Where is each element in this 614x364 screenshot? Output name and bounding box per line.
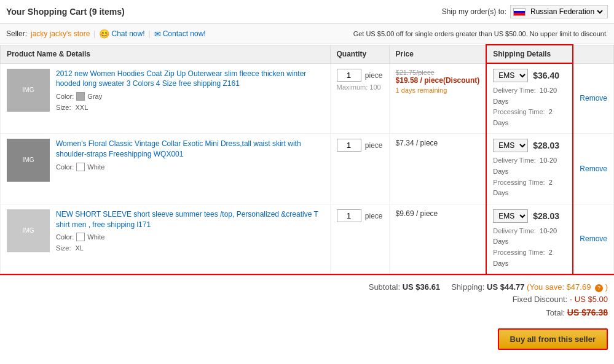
flag-icon	[513, 8, 525, 16]
seller-label: Seller:	[6, 29, 27, 38]
total-line: Total: US $76.38	[6, 308, 608, 317]
svg-text:IMG: IMG	[23, 227, 34, 234]
product-cell-2: IMG NEW SHORT SLEEVE short sleeve summer…	[1, 204, 331, 274]
color-value-2: White	[87, 233, 104, 241]
price-regular-1: $7.34 / piece	[396, 139, 480, 147]
ship-to-label: Ship my order(s) to:	[442, 7, 506, 16]
chat-icon: 😊	[99, 29, 109, 39]
shipping-method-0[interactable]: EMS	[493, 69, 528, 82]
shipping-price-2: $28.03	[533, 211, 559, 221]
total-value: US $76.38	[567, 308, 608, 317]
processing-label-1: Processing Time:	[493, 179, 545, 186]
product-title-2[interactable]: NEW SHORT SLEEVE short sleeve summer tee…	[56, 210, 318, 229]
color-attr-0: Color: Gray	[56, 92, 324, 101]
buy-all-button[interactable]: Buy all from this seller	[498, 328, 608, 350]
fixed-discount-label: Fixed Discount:	[513, 295, 568, 304]
shipping-row-2: EMS $28.03	[493, 209, 566, 223]
svg-text:IMG: IMG	[23, 87, 34, 93]
color-label: Color:	[56, 163, 74, 171]
savings-text: (You save: $47.69	[527, 282, 591, 292]
price-discount-0: $19.58 / piece(Discount)	[396, 76, 480, 85]
size-label: Size:	[56, 104, 71, 111]
qty-unit-1: piece	[365, 141, 383, 150]
shipping-cell-0: EMS $36.40 Delivery Time: 10-20 Days Pro…	[486, 63, 573, 134]
price-remaining-0: 1 days remaining	[396, 87, 480, 94]
shipping-price-1: $28.03	[533, 141, 559, 150]
summary-section: Subtotal: US $36.61 Shipping: US $44.77 …	[0, 276, 614, 323]
col-shipping: Shipping Details	[486, 45, 573, 63]
buy-btn-row: Buy all from this seller	[0, 323, 614, 355]
product-inner-0: IMG 2012 new Women Hoodies Coat Zip Up O…	[7, 69, 324, 112]
promo-text: Get US $5.00 off for single orders great…	[353, 30, 608, 37]
shipping-cell-2: EMS $28.03 Delivery Time: 10-20 Days Pro…	[486, 204, 573, 274]
shipping-summary-value: US $44.77	[487, 282, 524, 292]
delivery-label-2: Delivery Time:	[493, 227, 536, 234]
qty-unit-0: piece	[365, 71, 383, 80]
color-label: Color:	[56, 233, 74, 241]
size-attr-0: Size: XXL	[56, 104, 324, 111]
delivery-label-1: Delivery Time:	[493, 157, 536, 164]
seller-bar: Seller: jacky jacky's store | 😊 Chat now…	[0, 24, 614, 44]
ship-to-section: Ship my order(s) to: Russian Federation	[442, 5, 608, 18]
mail-icon: ✉	[154, 29, 161, 39]
size-value-2: XL	[73, 244, 84, 252]
qty-cell-1: piece	[330, 134, 389, 204]
shipping-method-1[interactable]: EMS	[493, 139, 528, 152]
qty-cell-2: piece	[330, 204, 389, 274]
remove-cell-2: Remove	[573, 204, 613, 274]
shipping-detail-2: Delivery Time: 10-20 Days Processing Tim…	[493, 226, 566, 269]
remove-link-0[interactable]: Remove	[580, 94, 607, 103]
shipping-row-1: EMS $28.03	[493, 139, 566, 152]
total-label: Total:	[546, 308, 565, 317]
qty-input-0[interactable]	[337, 69, 361, 82]
country-dropdown[interactable]: Russian Federation	[528, 7, 605, 17]
size-attr-2: Size: XL	[56, 244, 324, 252]
color-swatch-2	[76, 233, 85, 241]
contact-now-link[interactable]: ✉ Contact now!	[154, 29, 206, 39]
cart-table: Product Name & Details Quantity Price Sh…	[0, 44, 614, 275]
qty-input-2[interactable]	[337, 209, 361, 222]
remove-link-1[interactable]: Remove	[580, 165, 607, 173]
price-cell-1: $7.34 / piece	[389, 134, 486, 204]
color-value-0: Gray	[87, 93, 102, 100]
qty-cell-0: piece Maximum: 100	[330, 63, 389, 134]
qty-input-1[interactable]	[337, 139, 361, 152]
product-inner-2: IMG NEW SHORT SLEEVE short sleeve summer…	[7, 209, 324, 252]
price-cell-0: $21.75/piece$19.58 / piece(Discount)1 da…	[389, 63, 486, 134]
shipping-cell-1: EMS $28.03 Delivery Time: 10-20 Days Pro…	[486, 134, 573, 204]
shipping-detail-0: Delivery Time: 10-20 Days Processing Tim…	[493, 85, 566, 128]
savings-info-icon[interactable]: ?	[595, 284, 603, 292]
fixed-discount-line: Fixed Discount: - US $5.00	[6, 295, 608, 304]
product-img-0: IMG	[7, 69, 50, 112]
product-cell-0: IMG 2012 new Women Hoodies Coat Zip Up O…	[1, 63, 331, 134]
qty-max-0: Maximum: 100	[337, 83, 383, 91]
shipping-detail-1: Delivery Time: 10-20 Days Processing Tim…	[493, 155, 566, 198]
processing-label-2: Processing Time:	[493, 249, 545, 256]
shipping-method-2[interactable]: EMS	[493, 209, 528, 223]
chat-now-link[interactable]: 😊 Chat now!	[99, 29, 144, 39]
price-original-0: $21.75/piece	[396, 69, 480, 76]
color-swatch-0	[76, 92, 85, 101]
processing-label-0: Processing Time:	[493, 108, 545, 115]
product-title-0[interactable]: 2012 new Women Hoodies Coat Zip Up Outer…	[56, 69, 306, 88]
top-bar: Your Shopping Cart (9 items) Ship my ord…	[0, 0, 614, 24]
size-label: Size:	[56, 244, 71, 252]
product-info-2: NEW SHORT SLEEVE short sleeve summer tee…	[56, 209, 324, 252]
remove-cell-0: Remove	[573, 63, 613, 134]
shipping-price-0: $36.40	[533, 71, 559, 80]
product-info-1: Women's Floral Classic Vintage Collar Ex…	[56, 139, 324, 182]
country-selector[interactable]: Russian Federation	[510, 5, 608, 18]
product-info-0: 2012 new Women Hoodies Coat Zip Up Outer…	[56, 69, 324, 112]
subtotal-label: Subtotal:	[369, 282, 400, 292]
price-cell-2: $9.69 / piece	[389, 204, 486, 274]
product-title-1[interactable]: Women's Floral Classic Vintage Collar Ex…	[56, 139, 301, 158]
color-value-1: White	[87, 163, 104, 171]
remove-link-2[interactable]: Remove	[580, 234, 607, 243]
subtotal-value: US $36.61	[403, 282, 440, 292]
size-value-0: XXL	[73, 104, 88, 111]
color-attr-1: Color: White	[56, 163, 324, 171]
col-price: Price	[389, 45, 486, 63]
product-img-1: IMG	[7, 139, 50, 182]
shipping-row-0: EMS $36.40	[493, 69, 566, 82]
seller-name-link[interactable]: jacky jacky's store	[31, 29, 90, 38]
